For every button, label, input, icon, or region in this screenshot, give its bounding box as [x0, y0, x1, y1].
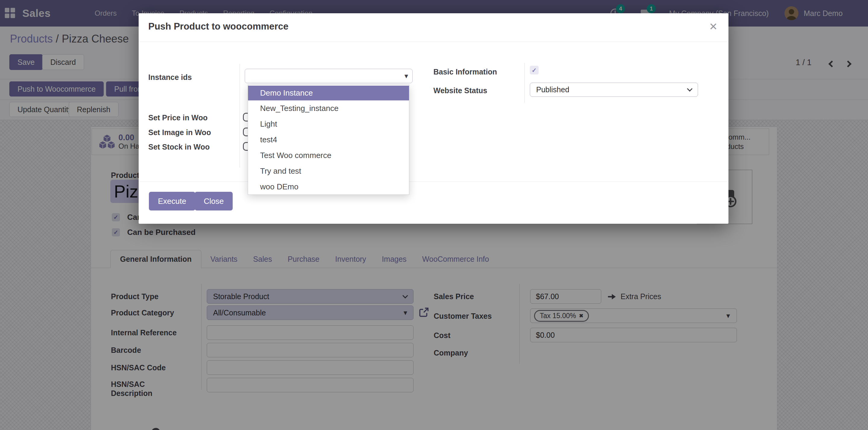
dropdown-option[interactable]: Try and test — [248, 163, 409, 179]
basic-information-checkbox[interactable]: ✓ — [530, 66, 538, 75]
dropdown-option[interactable]: Light — [248, 116, 409, 132]
dropdown-option[interactable]: Test Woo commerce — [248, 147, 409, 163]
instance-ids-select[interactable]: ▾ — [245, 69, 412, 83]
close-button[interactable]: Close — [195, 192, 233, 210]
dropdown-option[interactable]: New_Testing_instance — [248, 101, 409, 116]
website-status-select[interactable]: Published — [530, 83, 698, 97]
set-stock-label: Set Stock in Woo — [148, 143, 210, 151]
dropdown-option[interactable]: test4 — [248, 132, 409, 147]
modal-title: Push Product to woocommerce — [148, 21, 288, 32]
instance-dropdown-list: Demo InstanceNew_Testing_instanceLightte… — [248, 84, 409, 195]
screen: Sales OrdersTo InvoiceProductsReportingC… — [0, 0, 868, 430]
execute-button[interactable]: Execute — [149, 192, 195, 210]
website-status-label: Website Status — [433, 86, 487, 95]
chevron-down-icon — [687, 86, 692, 91]
push-product-modal: Push Product to woocommerce ✕ Instance i… — [138, 13, 728, 224]
dropdown-option[interactable]: woo DEmo — [248, 179, 409, 195]
basic-information-label: Basic Information — [433, 67, 497, 76]
dropdown-option[interactable]: Demo Instance — [248, 86, 409, 101]
set-price-label: Set Price in Woo — [148, 113, 208, 122]
caret-down-icon: ▾ — [404, 72, 408, 80]
set-image-label: Set Image in Woo — [148, 128, 211, 137]
instance-ids-label: Instance ids — [148, 73, 192, 82]
close-icon[interactable]: ✕ — [709, 21, 718, 33]
